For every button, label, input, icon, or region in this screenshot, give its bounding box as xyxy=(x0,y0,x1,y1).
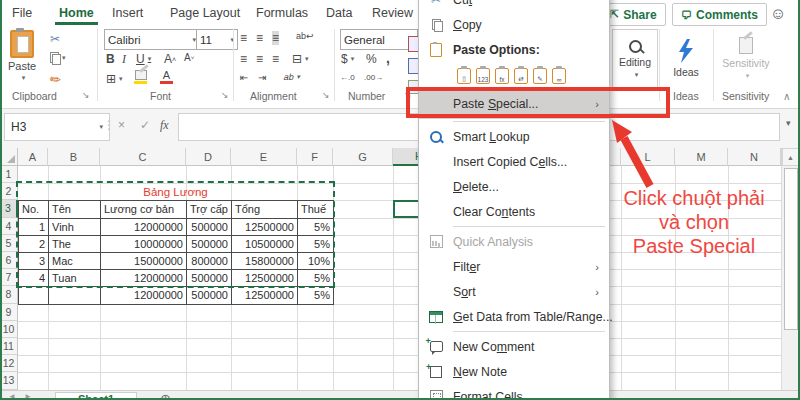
column-header-D[interactable]: D xyxy=(186,148,231,166)
accounting-format-button[interactable]: $▾ xyxy=(341,52,354,66)
decrease-indent-button[interactable]: ⇤ xyxy=(240,72,248,83)
column-header-A[interactable]: A xyxy=(18,148,48,166)
format-painter-button[interactable]: ✎ xyxy=(50,72,61,87)
scroll-up-icon[interactable]: ▲ xyxy=(782,148,799,166)
fx-icon[interactable]: fx xyxy=(160,118,169,133)
table-cell[interactable]: 800000 xyxy=(186,252,232,270)
paste-link-icon[interactable]: ∞ xyxy=(552,68,566,84)
select-all-corner[interactable] xyxy=(0,148,18,166)
menu-item-insert-copied-cells[interactable]: Insert Copied Cells... xyxy=(419,149,609,174)
menu-item-get-data-from-table-range[interactable]: Get Data from Table/Range... xyxy=(419,304,609,329)
number-format-combo[interactable]: General▾ xyxy=(340,29,418,50)
column-header-N[interactable]: N xyxy=(728,148,781,166)
row-header-3[interactable]: 3 xyxy=(0,200,18,217)
font-dialog-launcher[interactable]: ↘ xyxy=(221,90,229,100)
top-align-button[interactable]: ≡ xyxy=(240,31,247,45)
copy-button[interactable]: ▾ xyxy=(50,52,66,63)
table-cell[interactable]: 12500000 xyxy=(231,269,298,287)
paste-formatting-icon[interactable]: ✎ xyxy=(533,68,547,84)
table-cell[interactable]: 5% xyxy=(297,269,334,287)
table-cell[interactable]: Tổng xyxy=(231,200,298,218)
paste-values-icon[interactable]: 123 xyxy=(476,68,490,84)
bold-button[interactable]: B xyxy=(106,52,115,66)
table-cell[interactable]: Vinh xyxy=(48,218,101,236)
row-header-11[interactable]: 11 xyxy=(0,338,18,355)
scrollbar-thumb[interactable] xyxy=(784,168,798,330)
underline-button[interactable]: U▾ xyxy=(136,52,151,66)
table-cell[interactable]: 500000 xyxy=(186,269,232,287)
tab-review[interactable]: Review xyxy=(368,4,417,22)
table-cell[interactable]: Lương cơ bản xyxy=(100,200,187,218)
column-header-F[interactable]: F xyxy=(297,148,333,166)
alignment-dialog-launcher[interactable]: ↘ xyxy=(322,90,330,100)
row-header-2[interactable]: 2 xyxy=(0,183,18,200)
menu-item-new-note[interactable]: New Note xyxy=(419,359,609,384)
table-cell[interactable]: Tuan xyxy=(48,269,101,287)
table-cell[interactable] xyxy=(18,286,49,304)
align-center-button[interactable]: ≡ xyxy=(256,52,263,66)
column-header-B[interactable]: B xyxy=(48,148,100,166)
table-cell[interactable]: 5% xyxy=(297,235,334,253)
font-size-combo[interactable]: 11▾ xyxy=(196,29,238,50)
table-cell[interactable] xyxy=(48,286,101,304)
row-header-7[interactable]: 7 xyxy=(0,269,18,286)
menu-item-new-comment[interactable]: New Comment xyxy=(419,334,609,359)
table-cell[interactable]: Mac xyxy=(48,252,101,270)
menu-item-clear-contents[interactable]: Clear Contents xyxy=(419,199,609,224)
wrap-text-button[interactable]: ab↩ xyxy=(296,31,314,41)
tab-file[interactable]: File xyxy=(8,4,36,22)
table-cell[interactable]: 12000000 xyxy=(100,269,187,287)
table-cell[interactable]: 10% xyxy=(297,252,334,270)
paste-transpose-icon[interactable]: ⇄ xyxy=(514,68,528,84)
column-header-E[interactable]: E xyxy=(231,148,297,166)
bottom-align-button[interactable]: ≡ xyxy=(272,31,279,45)
tab-formulas[interactable]: Formulas xyxy=(252,4,312,22)
menu-item-copy[interactable]: Copy xyxy=(419,12,609,37)
row-header-9[interactable]: 9 xyxy=(0,304,18,321)
table-cell[interactable]: 12000000 xyxy=(100,218,187,236)
feedback-smiley-icon[interactable]: ☺ xyxy=(770,5,786,23)
sensitivity-button[interactable]: Sensitivity ▾ xyxy=(717,29,775,87)
cut-button[interactable]: ✂ xyxy=(50,32,60,46)
table-cell[interactable]: 10500000 xyxy=(231,235,298,253)
paste-icon[interactable]: ▯ xyxy=(457,68,471,84)
cancel-icon[interactable]: × xyxy=(118,118,125,132)
editing-button[interactable]: Editing ▾ xyxy=(612,29,658,89)
middle-align-button[interactable]: ≡ xyxy=(256,31,263,45)
row-header-13[interactable]: 13 xyxy=(0,372,18,389)
decrease-font-button[interactable]: A˅ xyxy=(184,52,194,63)
table-cell[interactable]: 500000 xyxy=(186,286,232,304)
comments-button[interactable]: 🗩 Comments xyxy=(672,3,767,26)
table-cell[interactable]: 10000000 xyxy=(100,235,187,253)
italic-button[interactable]: I xyxy=(122,52,126,67)
row-header-12[interactable]: 12 xyxy=(0,355,18,372)
clipboard-dialog-launcher[interactable]: ↘ xyxy=(82,90,90,100)
increase-decimal-button[interactable]: ←.0 xyxy=(340,73,355,82)
table-cell[interactable]: 15800000 xyxy=(231,252,298,270)
table-cell[interactable]: 4 xyxy=(18,269,49,287)
tab-page-layout[interactable]: Page Layout xyxy=(166,4,244,22)
worksheet-grid[interactable]: ▲ ABCDEFGHIJKLMN12345678910111213Bảng Lư… xyxy=(0,148,800,390)
table-cell[interactable]: 12500000 xyxy=(231,218,298,236)
fill-color-button[interactable] xyxy=(134,70,147,84)
table-cell[interactable]: Tên xyxy=(48,200,101,218)
name-box[interactable]: H3 ▾ xyxy=(4,113,110,141)
menu-item-sort[interactable]: Sort› xyxy=(419,279,609,304)
table-cell[interactable]: 500000 xyxy=(186,218,232,236)
comma-style-button[interactable]: , xyxy=(386,50,390,66)
table-cell[interactable]: Thuế xyxy=(297,200,334,218)
borders-button[interactable]: ⊞▾ xyxy=(106,72,123,86)
table-cell[interactable]: 1 xyxy=(18,218,49,236)
row-header-10[interactable]: 10 xyxy=(0,321,18,338)
menu-item-delete[interactable]: Delete... xyxy=(419,174,609,199)
table-cell[interactable]: 12000000 xyxy=(100,286,187,304)
column-header-M[interactable]: M xyxy=(675,148,728,166)
table-cell[interactable]: No. xyxy=(18,200,49,218)
table-cell[interactable]: The xyxy=(48,235,101,253)
expand-formula-bar-icon[interactable]: ▾ xyxy=(786,118,791,128)
menu-item-cut[interactable]: ✂Cut xyxy=(419,0,609,12)
percent-style-button[interactable]: % xyxy=(366,52,377,66)
increase-font-button[interactable]: A˄ xyxy=(164,52,176,66)
column-header-L[interactable]: L xyxy=(621,148,675,166)
align-left-button[interactable]: ≡ xyxy=(240,52,247,66)
